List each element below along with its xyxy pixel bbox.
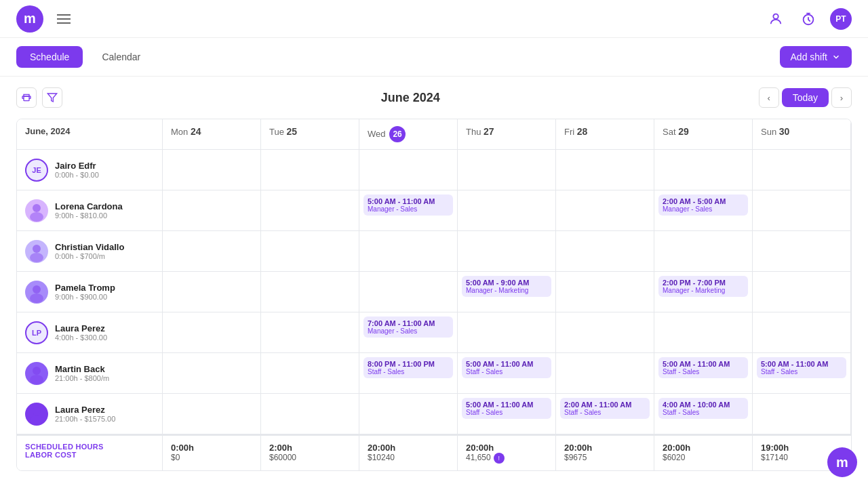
svg-rect-2 [24, 96, 29, 101]
next-arrow[interactable]: › [831, 87, 852, 108]
header-date-label: June, 2024 [17, 119, 163, 150]
employee-name: Laura Perez [55, 323, 107, 333]
avatar [25, 362, 48, 385]
day-cell[interactable] [261, 312, 359, 353]
day-cell[interactable] [458, 150, 556, 190]
alert-icon[interactable]: ! [494, 453, 505, 464]
timer-icon[interactable] [797, 8, 819, 30]
day-cell[interactable] [753, 190, 851, 231]
shift-block[interactable]: 5:00 AM - 9:00 AMManager - Marketing [462, 276, 551, 297]
day-cell[interactable] [359, 231, 458, 272]
day-cell[interactable] [163, 312, 261, 353]
today-button[interactable]: Today [782, 88, 829, 107]
day-cell[interactable]: 8:00 PM - 11:00 PMStaff - Sales [359, 353, 458, 394]
calendar-wrapper: June 2024 ‹ Today › June, 2024Mon 24Tue … [0, 77, 868, 482]
shift-time: 2:00 PM - 7:00 PM [663, 279, 744, 287]
day-cell[interactable] [556, 190, 654, 231]
header-day-mon: Mon 24 [163, 119, 261, 150]
shift-block[interactable]: 5:00 AM - 11:00 AMManager - Sales [363, 195, 453, 216]
day-cell[interactable] [556, 231, 654, 272]
shift-role: Manager - Sales [663, 205, 744, 213]
shift-role: Staff - Sales [564, 409, 646, 416]
day-cell[interactable] [163, 231, 261, 272]
shift-block[interactable]: 4:00 AM - 10:00 AMStaff - Sales [658, 398, 748, 419]
day-cell[interactable] [458, 231, 556, 272]
shift-block[interactable]: 5:00 AM - 11:00 AMStaff - Sales [658, 357, 748, 378]
user-avatar[interactable]: PT [830, 8, 852, 30]
day-cell[interactable] [359, 150, 458, 190]
footer-label: LABOR COST [25, 451, 154, 459]
day-cell[interactable]: 2:00 PM - 7:00 PMManager - Marketing [654, 272, 753, 312]
nav-arrows: ‹ Today › [759, 87, 852, 108]
day-cell[interactable] [753, 394, 851, 434]
day-cell[interactable] [556, 150, 654, 190]
day-cell[interactable] [261, 190, 359, 231]
day-cell[interactable] [163, 190, 261, 231]
shift-block[interactable]: 7:00 AM - 11:00 AMManager - Sales [363, 317, 453, 338]
filter-icon[interactable] [42, 87, 62, 108]
day-cell[interactable] [458, 312, 556, 353]
day-cell[interactable]: 5:00 AM - 11:00 AMManager - Sales [359, 190, 458, 231]
day-cell[interactable]: 4:00 AM - 10:00 AMStaff - Sales [654, 394, 753, 434]
svg-marker-3 [47, 94, 56, 102]
day-cell[interactable] [261, 272, 359, 312]
employee-name: Laura Perez [55, 405, 115, 415]
shift-block[interactable]: 2:00 AM - 11:00 AMStaff - Sales [560, 398, 650, 419]
day-cell[interactable] [556, 312, 654, 353]
footer-data-cell: 20:00h$6020 [654, 434, 753, 470]
svg-point-9 [30, 293, 43, 303]
day-cell[interactable]: 5:00 AM - 11:00 AMStaff - Sales [458, 394, 556, 434]
shift-block[interactable]: 5:00 AM - 11:00 AMStaff - Sales [757, 357, 846, 378]
avatar [25, 240, 48, 263]
add-shift-button[interactable]: Add shift [780, 46, 852, 68]
day-cell[interactable]: 2:00 AM - 11:00 AMStaff - Sales [556, 394, 654, 434]
day-cell[interactable] [359, 394, 458, 434]
day-cell[interactable] [261, 353, 359, 394]
day-cell[interactable]: 5:00 AM - 9:00 AMManager - Marketing [458, 272, 556, 312]
day-cell[interactable] [556, 353, 654, 394]
footer-data-cell: 2:00h$60000 [261, 434, 359, 470]
day-cell[interactable] [753, 312, 851, 353]
user-icon[interactable] [765, 8, 787, 30]
day-cell[interactable] [654, 312, 753, 353]
day-cell[interactable] [359, 272, 458, 312]
calendar-tab[interactable]: Calendar [88, 46, 154, 68]
svg-point-5 [30, 212, 43, 222]
day-cell[interactable] [753, 150, 851, 190]
prev-arrow[interactable]: ‹ [759, 87, 779, 108]
day-cell[interactable]: 5:00 AM - 11:00 AMStaff - Sales [753, 353, 851, 394]
day-cell[interactable] [163, 394, 261, 434]
schedule-tab[interactable]: Schedule [16, 46, 83, 68]
menu-icon[interactable] [54, 12, 73, 26]
day-cell[interactable]: 2:00 AM - 5:00 AMManager - Sales [654, 190, 753, 231]
shift-block[interactable]: 8:00 PM - 11:00 PMStaff - Sales [363, 357, 453, 378]
day-cell[interactable] [753, 231, 851, 272]
footer-cost: 41,650! [466, 453, 547, 464]
day-cell[interactable] [261, 150, 359, 190]
employee-cell: Christian Vidallo0:00h - $700/m [17, 231, 163, 272]
day-cell[interactable]: 7:00 AM - 11:00 AMManager - Sales [359, 312, 458, 353]
day-cell[interactable] [753, 272, 851, 312]
employee-name: Lorena Cardona [55, 201, 123, 211]
day-cell[interactable] [261, 394, 359, 434]
day-cell[interactable] [163, 272, 261, 312]
day-cell[interactable]: 5:00 AM - 11:00 AMStaff - Sales [654, 353, 753, 394]
employee-hours: 0:00h - $700/m [55, 252, 124, 260]
day-cell[interactable] [261, 231, 359, 272]
logo[interactable]: m [16, 5, 43, 33]
day-cell[interactable] [556, 272, 654, 312]
day-cell[interactable]: 5:00 AM - 11:00 AMStaff - Sales [458, 353, 556, 394]
day-cell[interactable] [654, 231, 753, 272]
shift-block[interactable]: 2:00 AM - 5:00 AMManager - Sales [658, 195, 748, 216]
day-cell[interactable] [458, 190, 556, 231]
shift-block[interactable]: 5:00 AM - 11:00 AMStaff - Sales [462, 398, 551, 419]
month-title: June 2024 [381, 91, 440, 105]
day-cell[interactable] [163, 150, 261, 190]
employee-cell: JEJairo Edfr0:00h - $0.00 [17, 150, 163, 190]
print-icon[interactable] [16, 87, 37, 108]
svg-point-13 [30, 415, 43, 425]
day-cell[interactable] [654, 150, 753, 190]
day-cell[interactable] [163, 353, 261, 394]
shift-block[interactable]: 5:00 AM - 11:00 AMStaff - Sales [462, 357, 551, 378]
shift-block[interactable]: 2:00 PM - 7:00 PMManager - Marketing [658, 276, 748, 297]
